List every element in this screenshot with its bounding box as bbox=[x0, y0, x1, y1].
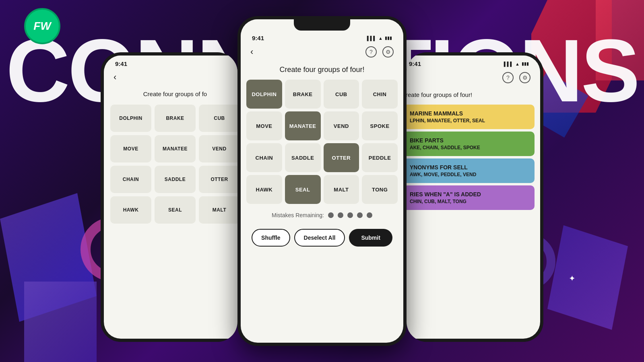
submit-button[interactable]: Submit bbox=[349, 229, 392, 247]
phone-center-screen: 9:41 ▌▌▌ ▲ ▮▮▮ ‹ ? ⚙ Create four groups … bbox=[241, 19, 403, 343]
tile-hawk-center[interactable]: HAWK bbox=[246, 175, 282, 204]
center-nav-back[interactable]: ‹ bbox=[250, 47, 253, 57]
tile-chin-center[interactable]: CHIN bbox=[362, 80, 398, 109]
category-sell: YNONYMS FOR SELL AWK, MOVE, PEDDLE, VEND bbox=[403, 158, 535, 183]
right-nav-actions: ? ⚙ bbox=[502, 72, 530, 83]
fw-logo: FW bbox=[24, 8, 60, 44]
phone-left: 9:41 ‹ Create four groups of fo DOLPHIN … bbox=[101, 52, 250, 342]
settings-icon[interactable]: ⚙ bbox=[382, 46, 394, 58]
tile-malt-center[interactable]: MALT bbox=[324, 175, 359, 204]
left-status-time: 9:41 bbox=[115, 60, 127, 67]
right-game-title: reate four groups of four! bbox=[398, 86, 540, 102]
phone-center: 9:41 ▌▌▌ ▲ ▮▮▮ ‹ ? ⚙ Create four groups … bbox=[237, 16, 407, 346]
center-status-time: 9:41 bbox=[252, 35, 264, 41]
right-battery-icon: ▮▮▮ bbox=[522, 61, 529, 66]
tile-saddle-left[interactable]: SADDLE bbox=[155, 166, 196, 193]
tile-spoke-center[interactable]: SPOKE bbox=[362, 111, 398, 140]
center-notch bbox=[294, 19, 350, 31]
center-nav: ‹ ? ⚙ bbox=[241, 43, 403, 61]
tile-vend-center[interactable]: VEND bbox=[324, 111, 359, 140]
signal-icon: ▌▌▌ bbox=[367, 36, 376, 41]
shuffle-button[interactable]: Shuffle bbox=[252, 229, 290, 247]
deselect-button[interactable]: Deselect All bbox=[294, 229, 345, 247]
tile-seal-left[interactable]: SEAL bbox=[155, 196, 196, 224]
dot-5 bbox=[367, 212, 372, 218]
left-word-grid: DOLPHIN BRAKE CUB MOVE MANATEE VEND CHAI… bbox=[104, 101, 246, 227]
dot-2 bbox=[338, 212, 343, 218]
tile-manatee-center[interactable]: MANATEE bbox=[285, 111, 321, 140]
tile-brake-center[interactable]: BRAKE bbox=[285, 80, 321, 109]
tile-saddle-center[interactable]: SADDLE bbox=[285, 143, 321, 172]
cat-ries-words: CHIN, CUB, MALT, TONG bbox=[410, 199, 528, 204]
tile-manatee-left[interactable]: MANATEE bbox=[155, 135, 196, 162]
left-nav-back[interactable]: ‹ bbox=[114, 72, 116, 82]
tile-otter-left[interactable]: OTTER bbox=[199, 166, 240, 193]
tile-seal-center[interactable]: SEAL bbox=[285, 175, 321, 204]
cat-bike-words: AKE, CHAIN, SADDLE, SPOKE bbox=[410, 145, 528, 150]
left-status-bar: 9:41 bbox=[104, 56, 246, 69]
right-help-icon[interactable]: ? bbox=[502, 72, 514, 83]
right-signal-icon: ▌▌▌ bbox=[504, 62, 513, 66]
right-status-time: 9:41 bbox=[409, 60, 421, 67]
tile-cub-center[interactable]: CUB bbox=[324, 80, 359, 109]
tile-dolphin-center[interactable]: DOLPHIN bbox=[246, 80, 282, 109]
left-nav: ‹ bbox=[104, 69, 246, 86]
cat-sell-words: AWK, MOVE, PEDDLE, VEND bbox=[410, 172, 528, 177]
wifi-icon: ▲ bbox=[378, 36, 383, 41]
category-ries: RIES WHEN "A" IS ADDED CHIN, CUB, MALT, … bbox=[403, 185, 535, 210]
phone-right: 9:41 ▌▌▌ ▲ ▮▮▮ ? ⚙ reate four groups of … bbox=[394, 52, 543, 342]
right-status-bar: 9:41 ▌▌▌ ▲ ▮▮▮ bbox=[398, 56, 540, 69]
dot-4 bbox=[357, 212, 363, 218]
tile-vend-left[interactable]: VEND bbox=[199, 135, 240, 162]
dot-1 bbox=[328, 212, 334, 218]
tile-tong-center[interactable]: TONG bbox=[362, 175, 398, 204]
tile-dolphin-left[interactable]: DOLPHIN bbox=[110, 105, 151, 132]
center-word-grid: DOLPHIN BRAKE CUB CHIN MOVE MANATEE VEND… bbox=[241, 78, 403, 206]
center-game-title: Create four groups of four! bbox=[241, 61, 403, 78]
dot-3 bbox=[347, 212, 353, 218]
tile-move-center[interactable]: MOVE bbox=[246, 111, 282, 140]
right-status-icons: ▌▌▌ ▲ ▮▮▮ bbox=[504, 61, 529, 66]
right-settings-icon[interactable]: ⚙ bbox=[519, 72, 530, 83]
center-status-icons: ▌▌▌ ▲ ▮▮▮ bbox=[367, 35, 392, 41]
category-marine: MARINE MAMMALS LPHIN, MANATEE, OTTER, SE… bbox=[403, 105, 535, 129]
help-icon[interactable]: ? bbox=[365, 46, 377, 58]
tile-chain-left[interactable]: CHAIN bbox=[110, 166, 151, 193]
tile-peddle-center[interactable]: PEDDLE bbox=[362, 143, 398, 172]
cat-ries-title: RIES WHEN "A" IS ADDED bbox=[410, 191, 528, 197]
phones-container: 9:41 ‹ Create four groups of fo DOLPHIN … bbox=[0, 0, 644, 362]
battery-icon: ▮▮▮ bbox=[385, 35, 392, 41]
phone-left-screen: 9:41 ‹ Create four groups of fo DOLPHIN … bbox=[104, 56, 246, 339]
tile-move-left[interactable]: MOVE bbox=[110, 135, 151, 162]
category-bike: BIKE PARTS AKE, CHAIN, SADDLE, SPOKE bbox=[403, 132, 535, 156]
cat-bike-title: BIKE PARTS bbox=[410, 137, 528, 144]
tile-chain-center[interactable]: CHAIN bbox=[246, 143, 282, 172]
right-nav: ? ⚙ bbox=[398, 69, 540, 86]
phone-right-screen: 9:41 ▌▌▌ ▲ ▮▮▮ ? ⚙ reate four groups of … bbox=[398, 56, 540, 339]
tile-malt-left[interactable]: MALT bbox=[199, 196, 240, 224]
mistakes-label: Mistakes Remaining: bbox=[272, 212, 324, 218]
center-nav-actions: ? ⚙ bbox=[365, 46, 394, 58]
tile-brake-left[interactable]: BRAKE bbox=[155, 105, 196, 132]
action-buttons: Shuffle Deselect All Submit bbox=[241, 225, 403, 253]
tile-hawk-left[interactable]: HAWK bbox=[110, 196, 151, 224]
cat-marine-words: LPHIN, MANATEE, OTTER, SEAL bbox=[410, 118, 528, 123]
cat-sell-title: YNONYMS FOR SELL bbox=[410, 164, 528, 171]
cat-marine-title: MARINE MAMMALS bbox=[410, 110, 528, 117]
tile-cub-left[interactable]: CUB bbox=[199, 105, 240, 132]
tile-otter-center[interactable]: OTTER bbox=[324, 143, 359, 172]
right-wifi-icon: ▲ bbox=[515, 62, 520, 66]
mistakes-row: Mistakes Remaining: bbox=[241, 206, 403, 225]
left-game-title: Create four groups of fo bbox=[104, 86, 246, 101]
